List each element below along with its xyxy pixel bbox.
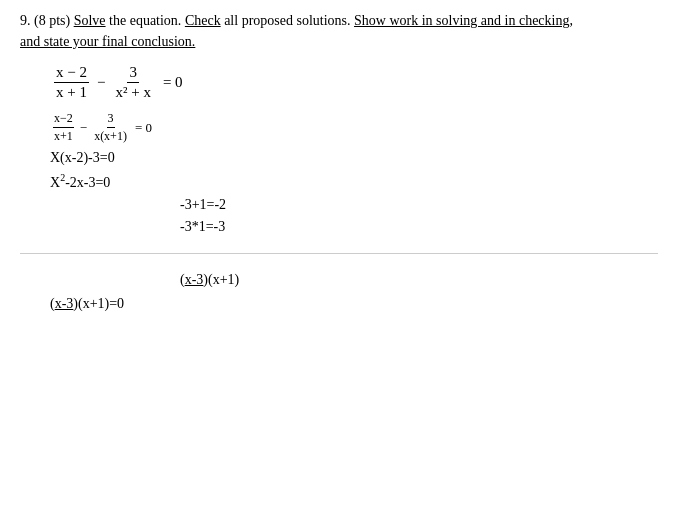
- small-fraction1: x−2 x+1: [53, 111, 74, 144]
- bottom-section: (x-3)(x+1) (x-3)(x+1)=0: [20, 272, 658, 312]
- fraction1-denominator: x + 1: [54, 83, 89, 101]
- bottom-factored-form: (x-3)(x+1): [180, 272, 658, 288]
- bottom-equation-label: (x-3)(x+1)=0: [50, 296, 124, 311]
- minus-sign: −: [97, 74, 105, 91]
- small-fraction1-denominator: x+1: [53, 128, 74, 144]
- solve-word: Solve: [74, 13, 106, 28]
- small-fraction2-numerator: 3: [107, 111, 115, 128]
- work-step1: X(x-2)-3=0: [50, 150, 658, 166]
- fraction1: x − 2 x + 1: [54, 64, 89, 101]
- final-conclusion-label: and state your final conclusion.: [20, 34, 195, 49]
- bottom-equation: (x-3)(x+1)=0: [50, 296, 658, 312]
- problem-instruction-line2: and state your final conclusion.: [20, 31, 658, 52]
- check-step1: -3+1=-2: [180, 197, 658, 213]
- small-equals-zero: = 0: [135, 120, 152, 136]
- section-divider: [20, 253, 658, 254]
- fraction2-denominator: x² + x: [113, 83, 152, 101]
- small-fraction2: 3 x(x+1): [93, 111, 128, 144]
- main-equation: x − 2 x + 1 − 3 x² + x = 0: [50, 64, 658, 101]
- small-fraction1-numerator: x−2: [53, 111, 74, 128]
- small-fraction2-denominator: x(x+1): [93, 128, 128, 144]
- work-step2: X2-2x-3=0: [50, 172, 658, 191]
- small-minus: −: [80, 120, 87, 136]
- check-word: Check: [185, 13, 221, 28]
- fraction2: 3 x² + x: [113, 64, 152, 101]
- simplified-equation: x−2 x+1 − 3 x(x+1) = 0: [50, 111, 658, 144]
- bottom-factored-label: (x-3)(x+1): [180, 272, 239, 287]
- problem-header: 9. (8 pts) Solve the equation. Check all…: [20, 10, 658, 52]
- instruction-mid: the equation.: [106, 13, 185, 28]
- fraction2-numerator: 3: [127, 64, 139, 83]
- show-work-label: Show work in solving and in checking,: [354, 13, 573, 28]
- main-equals-zero: = 0: [163, 74, 183, 91]
- problem-number: 9. (8 pts): [20, 13, 70, 28]
- check-step2: -3*1=-3: [180, 219, 658, 235]
- problem-instruction-line1: 9. (8 pts) Solve the equation. Check all…: [20, 10, 658, 31]
- instruction-mid2: all proposed solutions.: [221, 13, 354, 28]
- fraction1-numerator: x − 2: [54, 64, 89, 83]
